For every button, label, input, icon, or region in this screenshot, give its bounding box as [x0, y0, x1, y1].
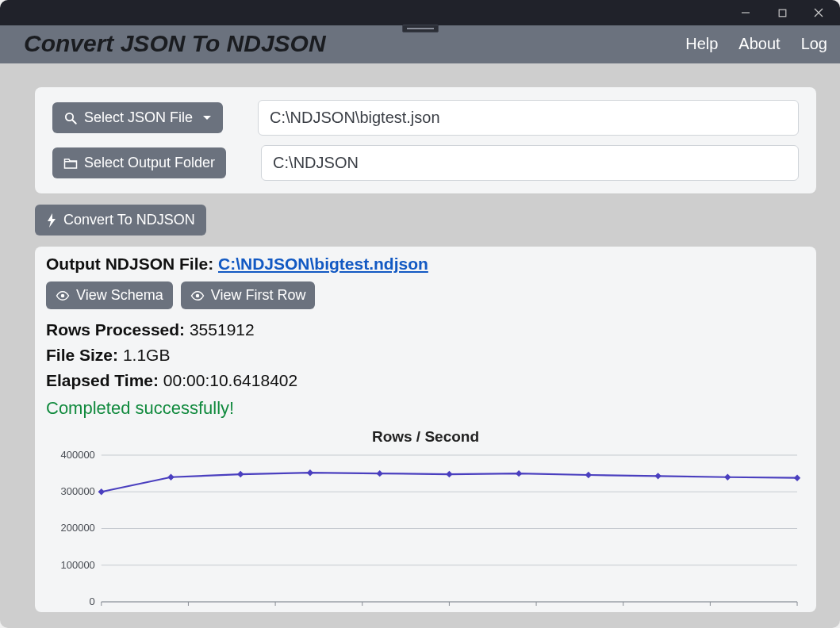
- svg-rect-1: [779, 10, 786, 17]
- rows-processed-value: 3551912: [190, 320, 255, 339]
- svg-line-5: [72, 120, 76, 124]
- svg-text:400000: 400000: [61, 449, 95, 461]
- file-size-value: 1.1GB: [123, 346, 171, 364]
- file-size-label: File Size:: [46, 346, 118, 364]
- maximize-icon: [778, 9, 787, 17]
- titlebar: [0, 0, 840, 25]
- chart-container: Rows / Second 01000002000003000004000000…: [46, 428, 805, 612]
- window-minimize-button[interactable]: [727, 2, 764, 24]
- result-card: Output NDJSON File: C:\NDJSON\bigtest.nd…: [35, 247, 816, 612]
- output-folder-input[interactable]: [261, 145, 799, 181]
- folder-icon: [63, 156, 78, 170]
- svg-text:09:44:15: 09:44:15: [516, 610, 556, 612]
- elapsed-time-value: 00:00:10.6418402: [163, 371, 297, 389]
- nav-about[interactable]: About: [738, 35, 780, 53]
- convert-button[interactable]: Convert To NDJSON: [35, 205, 206, 236]
- view-first-row-label: View First Row: [211, 287, 306, 304]
- svg-text:100000: 100000: [61, 559, 95, 571]
- app-title: Convert JSON To NDJSON: [24, 30, 326, 57]
- svg-text:09:44:14: 09:44:14: [429, 610, 469, 612]
- minimize-icon: [741, 8, 750, 17]
- nav-log[interactable]: Log: [801, 35, 827, 53]
- search-icon: [63, 111, 78, 125]
- output-file-link[interactable]: C:\NDJSON\bigtest.ndjson: [218, 255, 428, 273]
- elapsed-time-label: Elapsed Time:: [46, 371, 159, 389]
- app-header: Convert JSON To NDJSON Help About Log: [0, 25, 840, 63]
- svg-point-6: [61, 293, 65, 297]
- select-output-label: Select Output Folder: [84, 155, 215, 171]
- close-icon: [814, 8, 823, 17]
- window-maximize-button[interactable]: [764, 2, 800, 24]
- status-text: Completed successfully!: [46, 398, 805, 419]
- select-json-label: Select JSON File: [84, 109, 193, 126]
- svg-text:09:44:16: 09:44:16: [604, 610, 643, 612]
- svg-text:09:44:13: 09:44:13: [343, 610, 382, 612]
- nav-help[interactable]: Help: [685, 35, 718, 53]
- convert-label: Convert To NDJSON: [63, 212, 195, 228]
- view-schema-button[interactable]: View Schema: [46, 281, 173, 309]
- window-close-button[interactable]: [800, 2, 837, 24]
- chart-title: Rows / Second: [46, 428, 805, 446]
- svg-text:09:44:12: 09:44:12: [255, 610, 295, 612]
- select-json-button[interactable]: Select JSON File: [52, 102, 223, 133]
- svg-text:09:44:18: 09:44:18: [777, 610, 805, 612]
- svg-point-7: [195, 293, 199, 297]
- output-file-label: Output NDJSON File:: [46, 255, 213, 273]
- view-schema-label: View Schema: [76, 287, 163, 304]
- svg-text:300000: 300000: [61, 485, 95, 497]
- eye-icon: [190, 289, 205, 303]
- svg-text:09:44:17: 09:44:17: [690, 610, 730, 612]
- svg-text:200000: 200000: [61, 522, 95, 534]
- json-path-input[interactable]: [258, 100, 799, 136]
- svg-text:09:44:11: 09:44:11: [168, 610, 208, 612]
- rows-per-second-chart: 010000020000030000040000009:44:1009:44:1…: [46, 447, 805, 612]
- file-select-card: Select JSON File Select Output Folder: [35, 87, 816, 193]
- select-output-folder-button[interactable]: Select Output Folder: [52, 147, 226, 178]
- eye-icon: [56, 289, 70, 303]
- svg-text:0: 0: [90, 595, 95, 607]
- view-first-row-button[interactable]: View First Row: [181, 281, 316, 309]
- svg-text:09:44:10: 09:44:10: [82, 610, 121, 612]
- rows-processed-label: Rows Processed:: [46, 320, 185, 339]
- chevron-down-icon: [202, 113, 212, 123]
- drag-handle[interactable]: [402, 25, 439, 33]
- lightning-icon: [46, 213, 57, 228]
